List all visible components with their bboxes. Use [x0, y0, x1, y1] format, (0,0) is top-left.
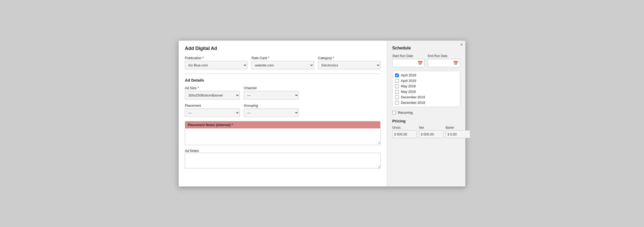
end-calendar-icon[interactable]: 📅 [453, 61, 458, 66]
top-fields-row: Publication * Go Blue.com Rate Card * we… [185, 56, 380, 69]
ad-size-label: Ad Size * [185, 86, 240, 90]
schedule-checkbox-1[interactable] [395, 79, 399, 83]
rate-card-label: Rate Card * [251, 56, 314, 60]
pricing-row: Gross $ Net $ Barter $ [392, 126, 460, 138]
schedule-checkbox-list: April 2019April 2019May 2019May 2019Dece… [392, 71, 460, 107]
side-panel: Schedule Start Run Date 📅 End Run Date 📅… [387, 41, 465, 186]
checkbox-item: December 2019 [395, 101, 457, 105]
end-run-date-input[interactable] [430, 61, 453, 65]
schedule-checkbox-label-3: May 2019 [401, 90, 416, 94]
start-run-date-input[interactable] [394, 61, 418, 65]
ad-details-title: Ad Details [185, 78, 380, 82]
start-run-date-wrapper: 📅 [392, 59, 425, 67]
schedule-checkbox-label-4: December 2019 [401, 95, 425, 99]
barter-input-wrapper: $ [446, 130, 470, 138]
net-label: Net [419, 126, 443, 129]
schedule-checkbox-0[interactable] [395, 73, 399, 77]
ad-size-select[interactable]: 300x250BottomBanner [185, 91, 240, 99]
rate-card-select[interactable]: website.com [251, 61, 314, 69]
publication-label: Publication * [185, 56, 247, 60]
category-select[interactable]: Electronics [318, 61, 380, 69]
modal-container: × Add Digital Ad Publication * Go Blue.c… [178, 40, 466, 187]
net-input-wrapper: $ [419, 130, 443, 138]
main-panel: Add Digital Ad Publication * Go Blue.com… [179, 41, 387, 186]
barter-label: Barter [446, 126, 470, 129]
channel-label: Channel [244, 86, 299, 90]
publication-field-group: Publication * Go Blue.com [185, 56, 247, 69]
placement-label: Placement [185, 104, 240, 107]
placement-notes-textarea[interactable] [185, 128, 380, 144]
schedule-title: Schedule [392, 46, 460, 50]
category-field-group: Category * Electronics [318, 56, 380, 69]
net-field: Net $ [419, 126, 443, 138]
checkbox-item: April 2019 [395, 79, 457, 83]
category-required: * [333, 56, 334, 60]
start-calendar-icon[interactable]: 📅 [418, 61, 423, 66]
checkbox-item: December 2019 [395, 95, 457, 99]
publication-required: * [202, 56, 204, 60]
end-run-date-label: End Run Date [428, 54, 460, 58]
schedule-checkbox-label-2: May 2019 [401, 84, 416, 88]
placement-select[interactable]: — [185, 109, 240, 117]
modal-title: Add Digital Ad [185, 46, 380, 51]
recurring-row: Recurring [392, 111, 460, 115]
net-input[interactable] [423, 132, 442, 136]
placement-notes-required: * [232, 123, 233, 127]
schedule-checkbox-label-0: April 2019 [401, 73, 416, 77]
barter-dollar: $ [447, 132, 449, 136]
schedule-checkbox-4[interactable] [395, 95, 399, 99]
publication-select[interactable]: Go Blue.com [185, 61, 247, 69]
checkbox-item: April 2019 [395, 73, 457, 77]
gross-label: Gross [392, 126, 417, 129]
schedule-checkbox-5[interactable] [395, 101, 399, 105]
rate-card-field-group: Rate Card * website.com [251, 56, 314, 69]
ad-size-channel-row: Ad Size * 300x250BottomBanner Channel — [185, 86, 380, 99]
close-button[interactable]: × [460, 43, 463, 47]
ad-notes-wrapper: Ad Notes [185, 149, 380, 169]
checkbox-item: May 2019 [395, 84, 457, 88]
schedule-checkbox-2[interactable] [395, 84, 399, 88]
net-dollar: $ [421, 132, 423, 136]
grouping-label: Grouping [244, 104, 299, 107]
ad-notes-label: Ad Notes [185, 149, 199, 153]
end-run-date-field: End Run Date 📅 [428, 54, 460, 67]
placement-notes-wrapper: Placement Notes (Internal) * [185, 121, 380, 145]
placement-grouping-row: Placement — Grouping — [185, 104, 380, 117]
barter-field: Barter $ [446, 126, 470, 138]
checkbox-item: May 2019 [395, 90, 457, 94]
gross-input-wrapper: $ [392, 130, 417, 138]
start-run-date-label: Start Run Date [392, 54, 425, 58]
section-divider [185, 73, 380, 74]
ad-size-required: * [197, 86, 199, 90]
schedule-checkbox-3[interactable] [395, 90, 399, 94]
schedule-checkbox-label-1: April 2019 [401, 79, 416, 83]
grouping-select[interactable]: — [244, 109, 299, 117]
ad-notes-textarea[interactable] [185, 153, 380, 168]
date-row: Start Run Date 📅 End Run Date 📅 [392, 54, 460, 67]
category-label: Category * [318, 56, 380, 60]
recurring-label: Recurring [398, 111, 413, 115]
rate-card-required: * [268, 56, 269, 60]
pricing-title: Pricing [392, 119, 460, 123]
placement-notes-label: Placement Notes (Internal) * [185, 121, 380, 128]
gross-field: Gross $ [392, 126, 417, 138]
channel-field-group: Channel — [244, 86, 299, 99]
start-run-date-field: Start Run Date 📅 [392, 54, 425, 67]
placement-field-group: Placement — [185, 104, 240, 117]
gross-dollar: $ [394, 132, 396, 136]
grouping-field-group: Grouping — [244, 104, 299, 117]
gross-input[interactable] [397, 132, 415, 136]
recurring-checkbox[interactable] [392, 111, 396, 115]
schedule-checkbox-label-5: December 2019 [401, 101, 425, 105]
channel-select[interactable]: — [244, 91, 299, 99]
barter-input[interactable] [450, 132, 469, 136]
ad-size-field-group: Ad Size * 300x250BottomBanner [185, 86, 240, 99]
end-run-date-wrapper: 📅 [428, 59, 460, 67]
